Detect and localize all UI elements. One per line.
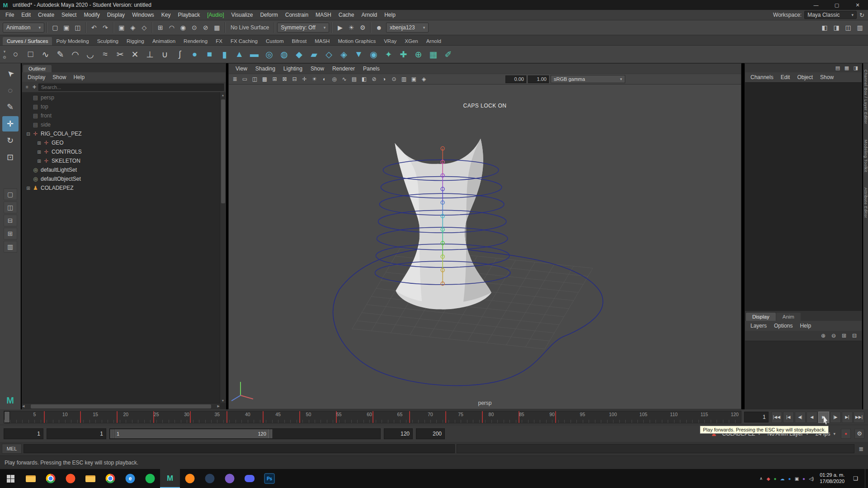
layer-editor-tab[interactable]: Anim (776, 313, 801, 321)
move-layer-down-icon[interactable]: ⊖ (829, 332, 838, 340)
lattice-tool[interactable]: ▦ (426, 47, 441, 62)
nurbs-circle-tool[interactable]: ○ (8, 47, 23, 62)
tray-icon[interactable]: ▣ (795, 476, 799, 481)
pencil-curve-tool[interactable]: ✎ (53, 47, 68, 62)
single-pane-layout-button[interactable]: ▢ (4, 188, 17, 200)
depth-of-field-icon[interactable]: ◧ (359, 75, 369, 84)
outliner-panel-tab[interactable]: Outliner (23, 65, 52, 72)
animation-start-field[interactable]: 1 (4, 428, 43, 439)
script-editor-icon[interactable]: ≣ (856, 444, 866, 454)
toolbar-group-grip[interactable] (85, 22, 86, 33)
range-end-handle[interactable] (269, 429, 273, 438)
outliner-menu-item[interactable]: Show (49, 74, 70, 80)
outliner-add-filter-icon[interactable]: ✚ (31, 84, 38, 90)
render-settings-icon[interactable]: ⚙ (357, 22, 368, 33)
four-pane-layout-button[interactable]: ⊞ (4, 228, 17, 239)
scroll-up-icon[interactable]: ▲ (222, 92, 225, 98)
three-point-arc-tool[interactable]: ◠ (68, 47, 83, 62)
multisample-antialiasing-icon[interactable]: ▤ (349, 75, 359, 84)
channel-manipulator-icon[interactable]: ▦ (843, 65, 851, 72)
chrome-icon[interactable] (41, 469, 61, 488)
chrome-profile-icon[interactable] (100, 469, 120, 488)
new-layer-from-selected-icon[interactable]: ⊟ (850, 332, 859, 340)
menu-item[interactable]: Create (34, 10, 58, 20)
outliner-item[interactable]: ▤ front (22, 111, 220, 120)
auto-keyframe-toggle[interactable]: ● (841, 429, 851, 439)
film-gate-icon[interactable]: ▭ (240, 75, 250, 84)
outliner-item[interactable]: ⊞ ✛ SKELETON (22, 156, 220, 165)
move-tool[interactable]: ✛ (2, 116, 19, 131)
two-pane-stacked-layout-button[interactable]: ⊟ (4, 215, 17, 226)
close-button[interactable]: ✕ (847, 0, 868, 10)
gamma-field[interactable]: 1.00 (528, 75, 549, 83)
exposure-field[interactable]: 0.00 (505, 75, 526, 83)
scroll-left-icon[interactable]: ◀ (22, 404, 24, 409)
layer-editor-menu-item[interactable]: Options (770, 323, 796, 329)
maximize-button[interactable]: ▢ (826, 0, 847, 10)
layer-editor-tab[interactable]: Display (746, 313, 776, 321)
expand-toggle-icon[interactable]: ⊞ (36, 150, 42, 155)
select-tool[interactable]: ➤ (0, 62, 21, 84)
step-forward-frame-button[interactable]: ▶| (842, 412, 853, 423)
scroll-right-icon[interactable]: ▶ (217, 404, 220, 409)
step-back-frame-button[interactable]: |◀ (783, 412, 794, 423)
menu-item[interactable]: Cache (335, 10, 358, 20)
view-transform-selector[interactable]: sRGB gamma ▾ (551, 75, 625, 83)
horizontal-scrollbar[interactable]: ◀ ▶ (22, 403, 220, 409)
animation-end-field[interactable]: 200 (416, 428, 445, 439)
render-current-frame-icon[interactable]: ▶ (335, 22, 345, 33)
user-account-selector[interactable]: xbenja123 ▾ (386, 23, 429, 33)
outliner-menu-item[interactable]: Help (70, 74, 88, 80)
expand-toggle-icon[interactable]: ⊟ (25, 131, 32, 136)
text-tool[interactable]: ✦ (381, 47, 396, 62)
playback-start-field[interactable]: 1 (47, 428, 106, 439)
show-desktop-button[interactable] (865, 469, 867, 488)
symmetry-selector[interactable]: Symmetry: Off ▾ (277, 23, 329, 33)
toolbar-group-grip[interactable] (152, 22, 153, 33)
new-scene-icon[interactable]: ▢ (50, 22, 61, 33)
spotify-icon[interactable] (140, 469, 160, 488)
menu-item[interactable]: File (2, 10, 18, 20)
outliner-persp-layout-button[interactable]: ▥ (4, 241, 17, 253)
tray-icon[interactable]: ● (802, 476, 805, 481)
make-live-icon[interactable]: ▦ (212, 22, 222, 33)
playback-range-bar[interactable]: 1 120 (110, 429, 273, 438)
outliner-item[interactable]: ⊞ ✛ CONTROLS (22, 147, 220, 156)
toolbar-group-grip[interactable] (370, 22, 371, 33)
start-button[interactable] (0, 469, 21, 488)
curve-intersect-tool[interactable]: ✕ (127, 47, 142, 62)
shelf-tab[interactable]: FX Caching (226, 37, 262, 45)
toolbar-group-grip[interactable] (47, 22, 47, 33)
undo-icon[interactable]: ↶ (89, 22, 99, 33)
outliner-item[interactable]: ▤ side (22, 120, 220, 129)
nurbs-cube-tool[interactable]: ■ (202, 47, 217, 62)
toggle-attribute-editor-icon[interactable]: ◨ (831, 22, 842, 33)
shelf-menu-icon[interactable]: ▾ (4, 49, 6, 54)
notification-center-icon[interactable]: ❏ (850, 475, 861, 482)
attach-curve-tool[interactable]: ∫ (172, 47, 187, 62)
select-by-component-icon[interactable]: ◇ (139, 22, 150, 33)
safe-action-icon[interactable]: ⊠ (280, 75, 289, 84)
minimize-button[interactable]: — (806, 0, 826, 10)
shelf-tab[interactable]: Arnold (422, 37, 445, 45)
resolution-gate-icon[interactable]: ◫ (250, 75, 259, 84)
poly-plane-tool[interactable]: ▰ (307, 47, 321, 62)
menu-item[interactable]: Modify (80, 10, 103, 20)
menu-set-selector[interactable]: Animation ▾ (3, 23, 44, 33)
menu-item[interactable]: Playback (175, 10, 204, 20)
playback-end-field[interactable]: 120 (384, 428, 413, 439)
poly-pipe-tool[interactable]: ◇ (321, 47, 336, 62)
outliner-item[interactable]: ◎ defaultObjectSet (22, 174, 220, 183)
file-explorer-icon[interactable] (21, 469, 41, 488)
lighting-icon[interactable]: ☀ (310, 75, 319, 84)
poly-cone-tool[interactable]: ▼ (351, 47, 366, 62)
nurbs-plane-tool[interactable]: ▬ (247, 47, 262, 62)
shelf-tab[interactable]: Curves / Surfaces (3, 37, 52, 45)
viewport-canvas[interactable]: CAPS LOCK ON persp (229, 84, 741, 409)
default-material-icon[interactable]: ◈ (419, 75, 429, 84)
current-frame-field[interactable]: 1 (744, 412, 769, 422)
menu-item[interactable]: Key (158, 10, 175, 20)
open-scene-icon[interactable]: ▣ (61, 22, 72, 33)
channel-box-menu-item[interactable]: Show (816, 74, 837, 80)
menu-item[interactable]: Visualize (228, 10, 257, 20)
